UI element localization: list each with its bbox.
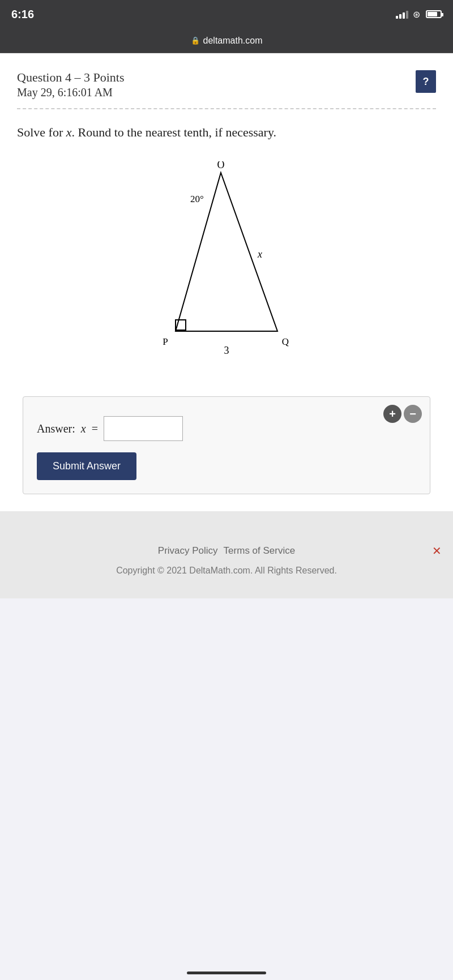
answer-container: + − Answer: x = Submit Answer bbox=[23, 396, 430, 494]
section-divider bbox=[17, 108, 436, 109]
status-icons: ⊛ bbox=[396, 9, 442, 20]
remove-field-button[interactable]: − bbox=[404, 405, 422, 423]
address-bar: 🔒 deltamath.com bbox=[0, 28, 453, 53]
triangle-svg: O 20° x P Q 3 bbox=[142, 161, 311, 371]
bottom-label: 3 bbox=[224, 345, 229, 356]
x-label: x bbox=[257, 249, 262, 260]
home-indicator bbox=[187, 972, 266, 974]
x-variable: x bbox=[81, 422, 86, 435]
signal-icon bbox=[396, 10, 408, 19]
answer-input[interactable] bbox=[104, 416, 183, 441]
vertex-q-label: Q bbox=[282, 336, 289, 347]
problem-text: Solve for x. Round to the nearest tenth,… bbox=[17, 123, 436, 142]
question-card: Question 4 – 3 Points May 29, 6:16:01 AM… bbox=[0, 53, 453, 511]
help-icon[interactable]: ? bbox=[416, 70, 436, 93]
question-title-area: Question 4 – 3 Points May 29, 6:16:01 AM bbox=[17, 70, 416, 99]
angle-label: 20° bbox=[190, 194, 204, 204]
privacy-policy-link[interactable]: Privacy Policy bbox=[158, 545, 218, 557]
footer-area: Privacy Policy Terms of Service ✕ Copyri… bbox=[0, 511, 453, 598]
answer-row: Answer: x = bbox=[37, 416, 416, 441]
terms-of-service-link[interactable]: Terms of Service bbox=[224, 545, 296, 557]
battery-icon bbox=[426, 10, 442, 18]
domain-text: deltamath.com bbox=[203, 36, 263, 46]
lock-icon: 🔒 bbox=[191, 36, 200, 45]
main-content: Question 4 – 3 Points May 29, 6:16:01 AM… bbox=[0, 53, 453, 980]
submit-answer-button[interactable]: Submit Answer bbox=[37, 452, 136, 480]
vertex-o-label: O bbox=[217, 161, 225, 170]
triangle-diagram: O 20° x P Q 3 bbox=[17, 159, 436, 374]
question-header: Question 4 – 3 Points May 29, 6:16:01 AM… bbox=[17, 65, 436, 99]
equals-sign: = bbox=[92, 422, 98, 435]
footer-links: Privacy Policy Terms of Service ✕ bbox=[0, 545, 453, 557]
footer-copyright: Copyright © 2021 DeltaMath.com. All Righ… bbox=[0, 566, 453, 576]
add-field-button[interactable]: + bbox=[383, 405, 401, 423]
answer-controls: + − bbox=[383, 405, 422, 423]
close-icon[interactable]: ✕ bbox=[432, 544, 442, 558]
wifi-icon: ⊛ bbox=[413, 9, 420, 20]
question-title: Question 4 – 3 Points bbox=[17, 70, 416, 85]
status-time: 6:16 bbox=[11, 8, 34, 21]
answer-label: Answer: bbox=[37, 422, 75, 435]
question-date: May 29, 6:16:01 AM bbox=[17, 86, 416, 99]
vertex-p-label: P bbox=[163, 336, 168, 347]
status-bar: 6:16 ⊛ bbox=[0, 0, 453, 28]
